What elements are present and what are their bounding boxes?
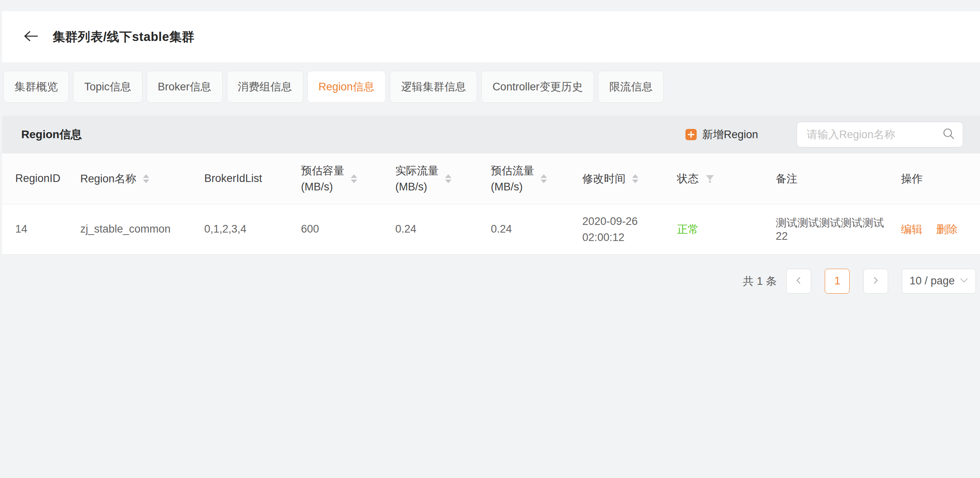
- col-region-name: Region名称: [77, 153, 203, 204]
- col-actions: 操作: [893, 153, 980, 204]
- sort-icon[interactable]: [632, 174, 638, 183]
- add-region-button[interactable]: 新增Region: [685, 127, 758, 142]
- region-panel-header: Region信息 新增Region: [2, 116, 980, 153]
- cell-broker-id-list: 0,1,2,3,4: [203, 204, 289, 254]
- pagination: 共 1 条 1 10 / page: [2, 269, 980, 294]
- tab-broker-info[interactable]: Broker信息: [146, 71, 223, 103]
- region-search-box: [797, 122, 963, 147]
- col-estimated-traffic: 预估流量 (MB/s): [472, 153, 568, 204]
- back-button[interactable]: [23, 30, 39, 44]
- col-remark: 备注: [764, 153, 893, 204]
- page-title: 集群列表/线下stable集群: [53, 29, 195, 45]
- col-estimated-capacity: 预估容量 (MB/s): [289, 153, 377, 204]
- sort-icon[interactable]: [143, 174, 149, 183]
- cell-estimated-capacity: 600: [289, 204, 377, 254]
- plus-icon: [685, 129, 697, 140]
- chevron-left-icon: [795, 276, 803, 286]
- sort-icon[interactable]: [351, 174, 357, 183]
- table-row: 14 zj_stable_common 0,1,2,3,4 600 0.24 0…: [2, 204, 980, 254]
- cell-region-name: zj_stable_common: [77, 204, 203, 254]
- cell-status: 正常: [668, 204, 764, 254]
- tab-cluster-overview[interactable]: 集群概览: [3, 71, 69, 103]
- filter-icon[interactable]: [705, 174, 715, 184]
- tab-controller-change-history[interactable]: Controller变更历史: [481, 71, 594, 103]
- region-panel-actions: 新增Region: [685, 122, 963, 147]
- col-status: 状态: [668, 153, 764, 204]
- chevron-right-icon: [872, 276, 880, 286]
- chevron-down-icon: [960, 278, 968, 285]
- tab-bar: 集群概览 Topic信息 Broker信息 消费组信息 Region信息 逻辑集…: [3, 71, 980, 103]
- region-table: RegionID Region名称 BrokerIdList: [2, 153, 980, 255]
- sort-icon[interactable]: [445, 174, 451, 183]
- cluster-detail-page: 集群列表/线下stable集群 集群概览 Topic信息 Broker信息 消费…: [0, 11, 980, 478]
- page-size-label: 10 / page: [909, 275, 955, 287]
- edit-link[interactable]: 编辑: [901, 223, 923, 235]
- region-panel: Region信息 新增Region: [2, 116, 980, 255]
- add-region-label: 新增Region: [702, 127, 758, 142]
- region-panel-title: Region信息: [21, 127, 82, 142]
- prev-page-button[interactable]: [786, 269, 811, 294]
- status-badge: 正常: [677, 223, 699, 235]
- next-page-button[interactable]: [863, 269, 888, 294]
- cell-modified-time: 2020-09-26 02:00:12: [568, 204, 668, 254]
- cell-actual-traffic: 0.24: [377, 204, 472, 254]
- col-actual-traffic: 实际流量 (MB/s): [377, 153, 472, 204]
- tab-region-info[interactable]: Region信息: [307, 71, 386, 103]
- page-size-select[interactable]: 10 / page: [902, 269, 976, 294]
- page-header: 集群列表/线下stable集群: [2, 11, 980, 62]
- tab-topic-info[interactable]: Topic信息: [73, 71, 142, 103]
- tab-consumer-group-info[interactable]: 消费组信息: [227, 71, 303, 103]
- col-modified-time: 修改时间: [568, 153, 668, 204]
- cell-actions: 编辑 删除: [893, 204, 980, 254]
- search-icon[interactable]: [942, 127, 955, 142]
- cell-estimated-traffic: 0.24: [472, 204, 568, 254]
- tab-logical-cluster-info[interactable]: 逻辑集群信息: [390, 71, 477, 103]
- region-search-input[interactable]: [797, 122, 963, 147]
- page-1-button[interactable]: 1: [825, 269, 850, 294]
- table-header-row: RegionID Region名称 BrokerIdList: [2, 153, 980, 204]
- delete-link[interactable]: 删除: [936, 223, 958, 235]
- arrow-left-icon: [23, 30, 39, 44]
- col-broker-id-list: BrokerIdList: [203, 153, 289, 204]
- cell-remark: 测试测试测试测试测试22: [764, 204, 893, 254]
- sort-icon[interactable]: [541, 174, 547, 183]
- col-region-id: RegionID: [2, 153, 77, 204]
- tab-throttle-info[interactable]: 限流信息: [598, 71, 664, 103]
- pagination-total: 共 1 条: [743, 274, 777, 288]
- cell-region-id: 14: [2, 204, 77, 254]
